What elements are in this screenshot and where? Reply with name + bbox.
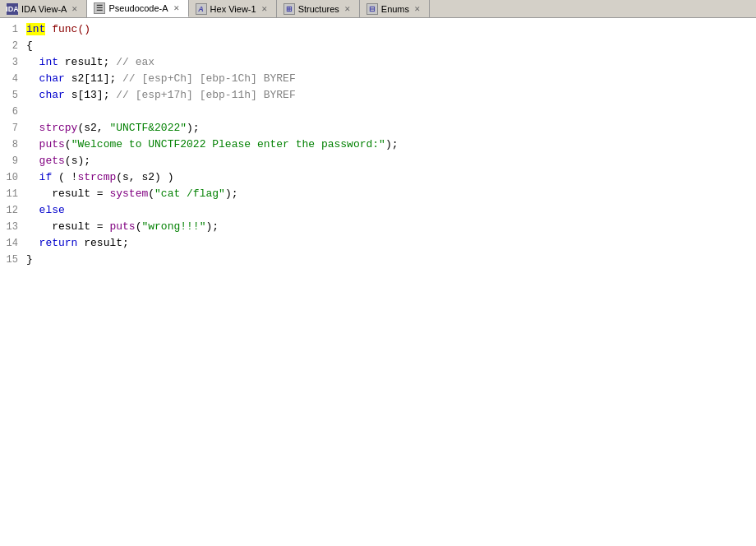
code-token: "cat /flag" <box>154 187 225 200</box>
tab-structures[interactable]: ⊞ Structures ✕ <box>277 0 360 17</box>
line-content: } <box>23 252 33 267</box>
code-token: result = <box>26 187 109 200</box>
line-number: 9 <box>0 154 23 169</box>
line-content: result = system("cat /flag"); <box>23 186 237 201</box>
code-token: ( <box>148 187 154 200</box>
tab-enum-icon: ⊟ <box>366 3 378 15</box>
tab-struct-icon: ⊞ <box>284 3 295 15</box>
code-token: char <box>39 72 65 85</box>
code-token: "Welcome to UNCTF2022 Please enter the p… <box>71 138 385 150</box>
code-token: int <box>39 56 58 68</box>
code-token <box>26 138 39 150</box>
code-line: 6 <box>0 104 756 120</box>
code-token: ); <box>225 187 238 200</box>
line-number: 13 <box>0 220 23 235</box>
line-number: 3 <box>0 55 23 71</box>
code-token: // eax <box>116 56 154 68</box>
code-token: strcmp <box>77 171 116 183</box>
code-token: strcpy <box>39 122 78 134</box>
code-line: 3 int result; // eax <box>0 54 756 71</box>
code-line: 15} <box>0 252 756 268</box>
code-token: int <box>26 23 45 35</box>
code-line: 13 result = puts("wrong!!!"); <box>0 219 756 235</box>
code-token: result; <box>58 56 116 68</box>
code-token: gets <box>39 155 65 167</box>
line-number: 15 <box>0 252 23 268</box>
line-content: return result; <box>23 235 129 251</box>
code-token <box>26 89 39 101</box>
line-number: 12 <box>0 203 23 219</box>
line-content: char s[13]; // [esp+17h] [ebp-11h] BYREF <box>23 87 296 103</box>
code-line: 8 puts("Welcome to UNCTF2022 Please ente… <box>0 136 756 153</box>
code-token: ); <box>385 138 399 150</box>
line-number: 2 <box>0 39 23 54</box>
line-number: 7 <box>0 121 23 136</box>
tab-enum-label: Enums <box>381 4 409 14</box>
tab-hex-close[interactable]: ✕ <box>260 4 270 14</box>
code-line: 1int func() <box>0 21 756 38</box>
code-token <box>26 237 39 249</box>
code-line: 11 result = system("cat /flag"); <box>0 186 756 202</box>
line-content: if ( !strcmp(s, s2) ) <box>23 169 173 185</box>
tab-ida-close[interactable]: ✕ <box>70 4 80 14</box>
code-token <box>26 155 39 167</box>
tab-bar: IDA IDA View-A ✕ ☰ Pseudocode-A ✕ A Hex … <box>0 0 756 18</box>
code-token <box>26 204 39 216</box>
tab-struct-label: Structures <box>298 4 339 14</box>
code-token: puts <box>39 138 65 150</box>
code-token: if <box>39 171 53 183</box>
code-area: 1int func()2{3 int result; // eax4 char … <box>0 18 756 546</box>
line-content: strcpy(s2, "UNCTF&2022"); <box>23 120 200 136</box>
code-token: system <box>109 187 148 200</box>
code-token: ( ! <box>52 171 77 183</box>
code-line: 14 return result; <box>0 235 756 252</box>
code-token <box>26 122 39 134</box>
line-number: 14 <box>0 236 23 252</box>
line-number: 10 <box>0 170 23 186</box>
tab-ida-view[interactable]: IDA IDA View-A ✕ <box>0 0 87 17</box>
code-line: 4 char s2[11]; // [esp+Ch] [ebp-1Ch] BYR… <box>0 71 756 87</box>
line-content: int result; // eax <box>23 54 154 70</box>
tab-struct-close[interactable]: ✕ <box>343 4 353 14</box>
code-token: } <box>26 253 33 266</box>
code-token: "wrong!!!" <box>141 220 205 233</box>
line-content: char s2[11]; // [esp+Ch] [ebp-1Ch] BYREF <box>23 71 296 86</box>
line-content: gets(s); <box>23 153 90 169</box>
tab-pseudo-label: Pseudocode-A <box>108 3 168 13</box>
tab-ida-icon: IDA <box>7 3 18 15</box>
tab-pseudocode[interactable]: ☰ Pseudocode-A ✕ <box>87 0 188 17</box>
code-line: 2{ <box>0 38 756 54</box>
code-line: 12 else <box>0 202 756 219</box>
tab-pseudo-icon: ☰ <box>94 2 105 14</box>
tab-hex-view[interactable]: A Hex View-1 ✕ <box>189 0 277 17</box>
tab-ida-label: IDA View-A <box>21 4 67 14</box>
line-content: { <box>23 38 33 53</box>
tab-enum-close[interactable]: ✕ <box>413 4 422 14</box>
code-token: s[13]; <box>65 89 116 101</box>
code-token <box>26 171 39 183</box>
tab-pseudo-close[interactable]: ✕ <box>172 3 182 13</box>
line-number: 4 <box>0 72 23 87</box>
code-token <box>26 56 39 68</box>
line-number: 11 <box>0 187 23 202</box>
code-token: result; <box>77 237 128 249</box>
code-token: puts <box>109 220 135 233</box>
code-token: result = <box>26 220 109 233</box>
code-token: // [esp+17h] [ebp-11h] BYREF <box>116 89 295 101</box>
code-token: (s); <box>65 155 90 167</box>
code-token: else <box>39 204 65 216</box>
code-token <box>26 72 39 85</box>
code-token: { <box>26 39 33 52</box>
code-token: ); <box>205 220 219 233</box>
code-token: // [esp+Ch] [ebp-1Ch] BYREF <box>122 72 296 85</box>
tab-hex-icon: A <box>196 3 207 15</box>
code-line: 5 char s[13]; // [esp+17h] [ebp-11h] BYR… <box>0 87 756 104</box>
code-token: return <box>39 237 78 249</box>
code-token: func() <box>45 23 90 35</box>
line-content: result = puts("wrong!!!"); <box>23 219 219 234</box>
code-token: "UNCTF&2022" <box>109 122 187 134</box>
tab-enums[interactable]: ⊟ Enums ✕ <box>360 0 430 17</box>
code-token: (s, s2) ) <box>116 171 173 183</box>
code-token: ( <box>65 138 71 150</box>
line-content <box>23 104 33 119</box>
